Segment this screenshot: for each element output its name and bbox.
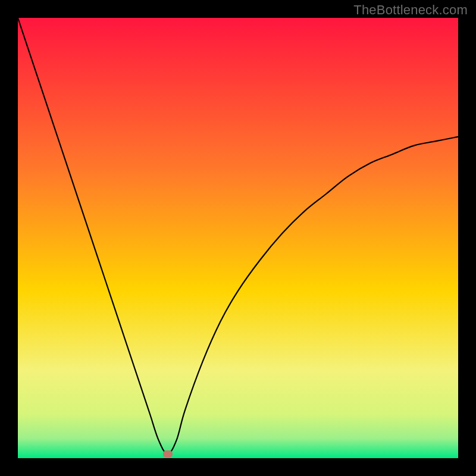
plot-area	[18, 18, 458, 458]
gradient-background	[18, 18, 458, 458]
watermark-text: TheBottleneck.com	[353, 2, 468, 18]
chart-frame: TheBottleneck.com	[0, 0, 476, 476]
plot-svg	[18, 18, 458, 458]
minimum-marker-icon	[163, 450, 173, 458]
